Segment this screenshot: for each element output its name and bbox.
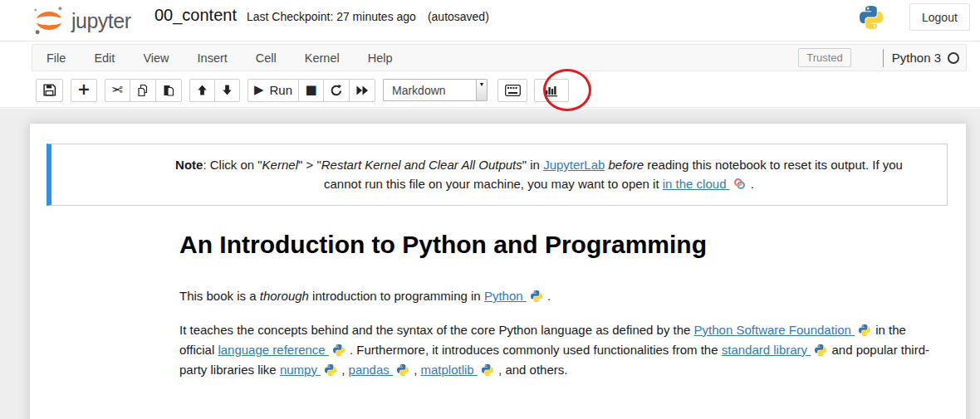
header: jupyter 00_content Last Checkpoint: 27 m… xyxy=(0,0,980,41)
python-logo-icon xyxy=(858,4,884,31)
chevron-down-icon: ▼ xyxy=(479,81,485,100)
python-icon xyxy=(814,343,827,357)
text-segment: . xyxy=(547,289,551,303)
text-segment: : Click on " xyxy=(203,158,262,172)
text-segment: . Furthermore, it introduces commonly us… xyxy=(350,343,722,357)
menu-file[interactable]: File xyxy=(32,45,80,71)
dropdown-arrow-strip[interactable]: ▼ xyxy=(476,80,487,100)
text-link[interactable]: Python Software Foundation xyxy=(694,323,855,337)
jupyter-logo-text: jupyter xyxy=(71,9,131,33)
menu-kernel[interactable]: Kernel xyxy=(291,45,354,71)
text-segment: Note xyxy=(175,158,203,172)
run-icon: ▶ xyxy=(254,84,264,96)
jupyter-logo-icon xyxy=(32,3,66,38)
text-segment: thorough xyxy=(260,289,309,303)
python-icon xyxy=(324,363,337,377)
menu-help[interactable]: Help xyxy=(354,45,407,71)
paste-icon xyxy=(162,84,175,97)
text-link[interactable]: matplotlib xyxy=(421,363,478,377)
text-segment: . xyxy=(751,177,754,191)
notebook-canvas: Note: Click on "Kernel" > "Restart Kerne… xyxy=(0,109,980,419)
trusted-badge: Trusted xyxy=(798,48,851,67)
menu-cell[interactable]: Cell xyxy=(242,45,291,71)
copy-icon xyxy=(136,84,149,97)
text-link[interactable]: standard library xyxy=(722,343,811,357)
checkpoint-status: Last Checkpoint: 27 minutes ago xyxy=(247,10,416,23)
text-segment: , xyxy=(414,363,420,377)
run-button[interactable]: ▶ Run xyxy=(247,79,299,102)
menubar: File Edit View Insert Cell Kernel Help T… xyxy=(32,44,967,71)
run-label: Run xyxy=(269,83,292,97)
text-segment: " > " xyxy=(298,158,321,172)
text-link[interactable]: language reference xyxy=(218,343,328,357)
python-icon xyxy=(530,290,543,303)
restart-kernel-icon xyxy=(330,84,343,97)
paste-button[interactable] xyxy=(155,79,182,102)
move-cell-down-button[interactable] xyxy=(214,79,240,102)
autosave-status: (autosaved) xyxy=(428,10,489,23)
kernel-idle-icon xyxy=(948,52,959,64)
add-cell-icon: + xyxy=(77,81,91,97)
menu-row: File Edit View Insert Cell Kernel Help T… xyxy=(0,41,980,73)
move-up-icon xyxy=(196,84,208,96)
menu-edit[interactable]: Edit xyxy=(80,45,129,71)
restart-run-all-icon xyxy=(355,85,369,96)
python-icon xyxy=(332,343,345,357)
text-segment: introduction to programming in xyxy=(309,289,484,303)
cell-type-select[interactable]: Markdown ▼ xyxy=(383,79,488,101)
binder-icon xyxy=(733,178,747,191)
stop-icon: ■ xyxy=(305,84,316,96)
command-palette-button[interactable] xyxy=(497,79,527,102)
restart-run-all-button[interactable] xyxy=(349,79,375,102)
chart-button[interactable] xyxy=(534,79,569,102)
text-link[interactable]: pandas xyxy=(349,363,393,377)
move-down-icon xyxy=(221,84,233,96)
cell-type-value: Markdown xyxy=(384,84,476,97)
page-title: An Introduction to Python and Programmin… xyxy=(179,231,933,259)
cut-icon: ✂ xyxy=(111,83,123,97)
save-icon xyxy=(42,83,56,97)
text-segment: This book is a xyxy=(179,289,260,303)
text-segment: It teaches the concepts behind and the s… xyxy=(179,323,694,337)
move-cell-up-button[interactable] xyxy=(189,79,215,102)
menu-view[interactable]: View xyxy=(129,45,183,71)
markdown-cell[interactable]: An Introduction to Python and Programmin… xyxy=(179,231,933,380)
separator xyxy=(883,49,884,67)
notebook-title[interactable]: 00_content xyxy=(154,6,237,25)
stop-button[interactable]: ■ xyxy=(298,79,324,102)
notebook-page: Note: Click on "Kernel" > "Restart Kerne… xyxy=(29,123,967,419)
paragraph-2: It teaches the concepts behind and the s… xyxy=(179,320,933,380)
add-cell-button[interactable]: + xyxy=(71,79,97,102)
note-callout: Note: Click on "Kernel" > "Restart Kerne… xyxy=(47,144,948,206)
text-segment: , and others. xyxy=(498,363,567,377)
text-segment: Kernel xyxy=(262,158,298,172)
cut-button[interactable]: ✂ xyxy=(105,79,130,102)
python-icon xyxy=(396,363,409,377)
menu-right-area: Trusted Python 3 xyxy=(798,48,966,67)
python-icon xyxy=(858,324,871,337)
python-icon xyxy=(481,363,494,377)
command-palette-icon xyxy=(505,85,521,96)
paragraph-1: This book is a thorough introduction to … xyxy=(179,286,933,306)
jupyter-logo[interactable]: jupyter xyxy=(32,3,131,38)
text-link[interactable]: in the cloud xyxy=(663,177,730,191)
chart-icon xyxy=(544,84,559,97)
text-link[interactable]: Python xyxy=(484,289,527,303)
logout-button[interactable]: Logout xyxy=(909,3,970,31)
note-text: Note: Click on "Kernel" > "Restart Kerne… xyxy=(165,155,913,193)
text-link[interactable]: numpy xyxy=(280,363,321,377)
copy-button[interactable] xyxy=(130,79,156,102)
title-area: 00_content Last Checkpoint: 27 minutes a… xyxy=(154,6,489,25)
text-link[interactable]: JupyterLab xyxy=(543,158,605,172)
restart-kernel-button[interactable] xyxy=(323,79,350,102)
kernel-name: Python 3 xyxy=(892,51,941,65)
save-button[interactable] xyxy=(36,79,63,102)
text-segment: Restart Kernel and Clear All Outputs xyxy=(321,158,522,172)
menu-insert[interactable]: Insert xyxy=(184,45,242,71)
text-segment: , xyxy=(341,363,348,377)
text-segment: " in xyxy=(522,158,543,172)
text-segment: before xyxy=(609,158,644,172)
toolbar: + ✂ xyxy=(0,73,980,108)
